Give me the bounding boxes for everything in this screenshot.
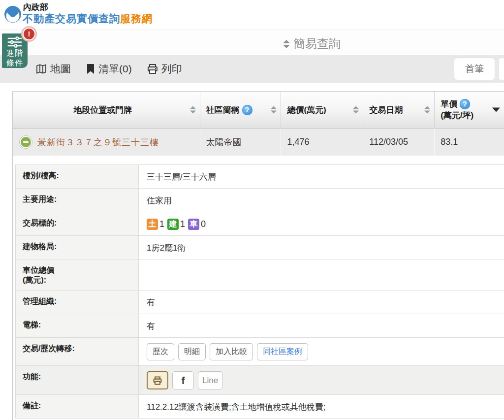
- column-header-date-label: 交易日期: [369, 104, 403, 116]
- detail-label: 樓別/樓高:: [16, 165, 139, 188]
- detail-value: 1房2廳1衛: [139, 236, 504, 259]
- ministry-name: 內政部: [23, 1, 49, 13]
- results-header-row: 地段位置或門牌 社區簡稱 ? 總價(萬元) 交易日期 單價? (萬元/坪): [13, 92, 504, 129]
- column-header-total-price[interactable]: 總價(萬元): [281, 92, 363, 128]
- site-header: 內政部 不動產交易實價查詢服務網: [0, 0, 504, 30]
- result-cell-unit-price: 83.1: [434, 129, 504, 156]
- detail-row-elevator: 電梯: 有: [16, 314, 504, 338]
- updown-arrows-icon: [283, 40, 290, 48]
- first-record-label: 首筆: [465, 63, 484, 75]
- column-header-address-label: 地段位置或門牌: [73, 104, 132, 116]
- print-button[interactable]: 列印: [147, 62, 182, 76]
- first-record-button[interactable]: 首筆: [454, 58, 495, 80]
- collapse-row-icon[interactable]: [19, 135, 32, 149]
- detail-value: 有: [139, 314, 504, 337]
- detail-label: 管理組織:: [16, 291, 139, 314]
- advanced-conditions-button[interactable]: 進階 條件 !: [2, 33, 28, 68]
- column-header-unit-price-unit: (萬元/坪): [441, 110, 473, 121]
- map-icon: [35, 63, 47, 75]
- results-table: 地段位置或門牌 社區簡稱 ? 總價(萬元) 交易日期 單價? (萬元/坪) 景新…: [12, 91, 504, 420]
- column-header-total-price-label: 總價(萬元): [287, 104, 326, 116]
- column-header-community-label: 社區簡稱: [206, 104, 240, 116]
- moi-logo-icon: [4, 5, 22, 23]
- add-compare-button[interactable]: 加入比較: [210, 343, 253, 360]
- detail-row-parking-price: 車位總價(萬元):: [16, 259, 504, 291]
- history-button[interactable]: 歷次: [147, 343, 174, 360]
- detail-row-usage: 主要用途: 住家用: [16, 189, 504, 212]
- result-cell-community: 太陽帝國: [200, 129, 281, 156]
- result-row[interactable]: 景新街３３７之９號三十三樓 太陽帝國 1,476 112/03/05 83.1: [13, 129, 504, 156]
- sort-arrows-icon: [190, 106, 196, 114]
- detail-row-management: 管理組織: 有: [16, 291, 504, 314]
- site-title-primary: 不動產交易實價查詢: [23, 13, 120, 24]
- detail-label: 主要用途:: [16, 189, 139, 212]
- same-community-cases-button[interactable]: 同社區案例: [257, 343, 308, 360]
- column-header-unit-price[interactable]: 單價? (萬元/坪): [434, 92, 504, 128]
- result-cell-date: 112/03/05: [363, 129, 434, 156]
- query-mode-toggle[interactable]: 簡易查詢: [283, 36, 341, 52]
- query-mode-label: 簡易查詢: [293, 36, 341, 52]
- toolbar: 地圖 清單(0) 列印 首筆: [0, 55, 504, 83]
- column-header-unit-price-label: 單價: [441, 98, 457, 110]
- detail-label: 車位總價(萬元):: [16, 259, 139, 290]
- prev-record-button-partial[interactable]: [498, 58, 504, 80]
- site-title: 不動產交易實價查詢服務網: [23, 12, 153, 26]
- detail-label: 交易/歷次轉移:: [16, 338, 139, 365]
- detail-value: 土 1 建 1 車 0: [139, 212, 504, 235]
- land-badge-icon: 土: [147, 219, 158, 230]
- help-icon[interactable]: ?: [460, 99, 470, 109]
- printer-icon: [147, 63, 158, 75]
- detail-row-transfer: 交易/歷次轉移: 歷次 明細 加入比較 同社區案例: [16, 338, 504, 366]
- detail-label: 功能:: [16, 366, 139, 394]
- detail-label: 交易標的:: [16, 212, 139, 235]
- building-badge-icon: 建: [167, 219, 179, 230]
- site-title-accent: 服務網: [120, 13, 153, 24]
- address-link[interactable]: 景新街３３７之９號三十三樓: [37, 136, 159, 148]
- sort-arrows-icon: [271, 106, 277, 114]
- detail-table: 樓別/樓高: 三十三層/三十六層 主要用途: 住家用 交易標的: 土 1 建 1…: [15, 164, 504, 419]
- detail-value: 住家用: [139, 189, 504, 212]
- print-button-label: 列印: [161, 62, 182, 76]
- advanced-label-line2: 條件: [6, 58, 23, 68]
- list-button[interactable]: 清單(0): [86, 62, 132, 76]
- filter-sliders-icon: [6, 36, 23, 48]
- list-button-label: 清單(0): [98, 62, 132, 76]
- sort-arrows-icon: [353, 106, 359, 114]
- detail-value: 112.2.12讓渡含裝潢費;含土地增值稅或其他稅費;: [139, 395, 504, 418]
- parking-badge-icon: 車: [188, 219, 199, 230]
- detail-value: [139, 259, 504, 290]
- detail-value: 歷次 明細 加入比較 同社區案例: [139, 338, 504, 365]
- detail-value: f Line: [139, 366, 504, 394]
- building-count: 1: [180, 219, 185, 229]
- printer-icon: [153, 376, 162, 386]
- detail-panel: 樓別/樓高: 三十三層/三十六層 主要用途: 住家用 交易標的: 土 1 建 1…: [13, 156, 504, 420]
- map-button[interactable]: 地圖: [35, 62, 71, 76]
- detail-row-floor: 樓別/樓高: 三十三層/三十六層: [16, 165, 504, 189]
- detail-row-layout: 建物格局: 1房2廳1衛: [16, 236, 504, 259]
- parking-count: 0: [201, 219, 206, 229]
- line-share-button[interactable]: Line: [198, 371, 222, 389]
- details-button[interactable]: 明細: [178, 343, 206, 360]
- detail-row-target: 交易標的: 土 1 建 1 車 0: [16, 212, 504, 236]
- bookmark-icon: [86, 64, 95, 74]
- detail-row-note: 備註: 112.2.12讓渡含裝潢費;含土地增值稅或其他稅費;: [16, 395, 504, 419]
- facebook-share-button[interactable]: f: [172, 371, 194, 389]
- result-cell-total-price: 1,476: [281, 129, 363, 156]
- advanced-label-line1: 進階: [6, 48, 23, 58]
- alert-badge: !: [24, 29, 34, 39]
- result-cell-address: 景新街３３７之９號三十三樓: [13, 129, 200, 156]
- sort-descending-icon: [492, 108, 500, 112]
- print-detail-button[interactable]: [147, 371, 168, 389]
- query-mode-bar: 簡易查詢: [0, 30, 504, 55]
- detail-label: 備註:: [16, 395, 139, 418]
- column-header-address[interactable]: 地段位置或門牌: [13, 92, 200, 128]
- help-icon[interactable]: ?: [242, 105, 252, 115]
- detail-row-functions: 功能: f Line: [16, 366, 504, 395]
- detail-value: 有: [139, 291, 504, 314]
- column-header-community[interactable]: 社區簡稱 ?: [200, 92, 281, 128]
- detail-label: 建物格局:: [16, 236, 139, 259]
- land-count: 1: [159, 219, 164, 229]
- column-header-date[interactable]: 交易日期: [363, 92, 434, 128]
- sort-arrows-icon: [424, 106, 430, 114]
- map-button-label: 地圖: [50, 62, 71, 76]
